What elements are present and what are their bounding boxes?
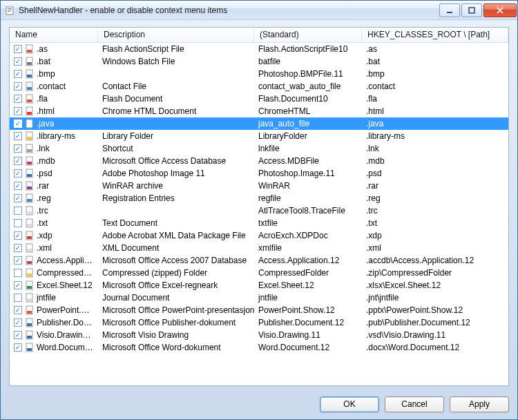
column-header-standard[interactable]: (Standard) bbox=[254, 28, 362, 42]
table-row[interactable]: .xdpAdobe Acrobat XML Data Package FileA… bbox=[10, 229, 508, 242]
svg-rect-23 bbox=[27, 149, 32, 152]
cell-description: Flash ActionScript File bbox=[98, 43, 254, 55]
cell-path: .as bbox=[362, 43, 508, 55]
table-row[interactable]: .bmpPhotoshop.BMPFile.11.bmp bbox=[10, 68, 508, 80]
cell-description: Microsoft Office Word-dokument bbox=[98, 341, 254, 354]
table-row[interactable]: .txtText Documenttxtfile.txt bbox=[10, 217, 508, 229]
cell-standard: WinRAR bbox=[254, 180, 362, 192]
cell-name: Publisher.Docum... bbox=[10, 316, 98, 329]
apply-button[interactable]: Apply bbox=[450, 397, 509, 412]
cell-standard: PowerPoint.Show.12 bbox=[254, 304, 362, 316]
cell-path: .rar bbox=[362, 180, 508, 192]
cell-name: .xdp bbox=[10, 229, 98, 242]
table-row[interactable]: .htmlChrome HTML DocumentChromeHTML.html bbox=[10, 105, 508, 117]
cell-path: .docx\Word.Document.12 bbox=[362, 341, 508, 354]
table-row[interactable]: Excel.Sheet.12Microsoft Office Excel-reg… bbox=[10, 279, 508, 292]
row-checkbox[interactable] bbox=[14, 70, 22, 78]
cell-description: Chrome HTML Document bbox=[98, 105, 254, 117]
row-checkbox[interactable] bbox=[14, 182, 22, 190]
minimize-button[interactable] bbox=[439, 3, 460, 17]
row-checkbox[interactable] bbox=[14, 331, 22, 339]
table-row[interactable]: .psdAdobe Photoshop Image 11Photoshop.Im… bbox=[10, 167, 508, 180]
row-checkbox[interactable] bbox=[14, 219, 22, 227]
column-header-name[interactable]: Name bbox=[10, 28, 98, 42]
row-checkbox[interactable] bbox=[14, 343, 22, 352]
cell-path: .pub\Publisher.Document.12 bbox=[362, 316, 508, 329]
cell-description: Contact File bbox=[98, 80, 254, 93]
row-checkbox[interactable] bbox=[14, 306, 22, 314]
table-row[interactable]: .mdbMicrosoft Office Access DatabaseAcce… bbox=[10, 155, 508, 167]
row-checkbox[interactable] bbox=[14, 256, 22, 265]
cell-standard: Access.Application.12 bbox=[254, 254, 362, 267]
table-row[interactable]: Access.Applicati...Microsoft Office Acce… bbox=[10, 254, 508, 267]
cell-path: .zip\CompressedFolder bbox=[362, 267, 508, 279]
row-checkbox[interactable] bbox=[14, 294, 22, 302]
close-button[interactable] bbox=[483, 3, 517, 17]
row-checkbox[interactable] bbox=[14, 231, 22, 240]
table-row[interactable]: .regRegistration Entriesregfile.reg bbox=[10, 192, 508, 204]
table-row[interactable]: CompressedFolderCompressed (zipped) Fold… bbox=[10, 267, 508, 279]
file-type-icon bbox=[24, 155, 35, 166]
cell-name: .as bbox=[10, 43, 98, 55]
svg-rect-3 bbox=[8, 11, 10, 12]
column-header-description[interactable]: Description bbox=[98, 28, 254, 42]
table-row[interactable]: jntfileJournal Documentjntfile.jnt\jntfi… bbox=[10, 292, 508, 304]
table-row[interactable]: .batWindows Batch Filebatfile.bat bbox=[10, 55, 508, 68]
titlebar[interactable]: ShellNewHandler - enable or disable cont… bbox=[1, 1, 517, 20]
svg-rect-17 bbox=[27, 112, 32, 115]
file-type-icon bbox=[24, 267, 35, 278]
ok-button[interactable]: OK bbox=[320, 397, 379, 412]
table-row[interactable]: .xmlXML Documentxmlfile.xml bbox=[10, 242, 508, 254]
row-checkbox[interactable] bbox=[14, 120, 22, 128]
row-checkbox[interactable] bbox=[14, 82, 22, 90]
maximize-button[interactable] bbox=[461, 3, 482, 17]
row-checkbox[interactable] bbox=[14, 281, 22, 289]
table-row[interactable]: PowerPoint.Sho...Microsoft Office PowerP… bbox=[10, 304, 508, 316]
row-checkbox[interactable] bbox=[14, 45, 22, 53]
file-type-icon bbox=[24, 230, 35, 241]
table-row[interactable]: Publisher.Docum...Microsoft Office Publi… bbox=[10, 316, 508, 329]
table-row[interactable]: .lnkShortcutlnkfile.lnk bbox=[10, 142, 508, 155]
list-header: Name Description (Standard) HKEY_CLASSES… bbox=[10, 28, 508, 43]
name-text: Word.Document... bbox=[37, 343, 94, 352]
row-checkbox[interactable] bbox=[14, 95, 22, 103]
row-checkbox[interactable] bbox=[14, 169, 22, 178]
table-row[interactable]: .asFlash ActionScript FileFlash.ActionSc… bbox=[10, 43, 508, 55]
table-row[interactable]: .library-msLibrary FolderLibraryFolder.l… bbox=[10, 130, 508, 142]
cell-description: Adobe Acrobat XML Data Package File bbox=[98, 229, 254, 242]
table-row[interactable]: .contactContact Filecontact_wab_auto_fil… bbox=[10, 80, 508, 93]
row-checkbox[interactable] bbox=[14, 157, 22, 165]
row-checkbox[interactable] bbox=[14, 207, 22, 215]
cell-path: .pptx\PowerPoint.Show.12 bbox=[362, 304, 508, 316]
svg-rect-25 bbox=[27, 162, 32, 164]
cell-path: .txt bbox=[362, 217, 508, 229]
row-checkbox[interactable] bbox=[14, 57, 22, 66]
row-checkbox[interactable] bbox=[14, 144, 22, 153]
name-text: Visio.Drawing.11 bbox=[37, 330, 94, 340]
row-checkbox[interactable] bbox=[14, 269, 22, 277]
cancel-button[interactable]: Cancel bbox=[385, 397, 444, 412]
table-row[interactable]: .flaFlash DocumentFlash.Document10.fla bbox=[10, 93, 508, 105]
row-checkbox[interactable] bbox=[14, 107, 22, 115]
row-checkbox[interactable] bbox=[14, 318, 22, 327]
table-row[interactable]: .trcAtlTraceTool8.TraceFile.trc bbox=[10, 204, 508, 217]
cell-name: .rar bbox=[10, 180, 98, 192]
svg-rect-4 bbox=[447, 12, 452, 13]
name-text: Publisher.Docum... bbox=[37, 318, 94, 327]
table-row[interactable]: .rarWinRAR archiveWinRAR.rar bbox=[10, 180, 508, 192]
row-checkbox[interactable] bbox=[14, 194, 22, 202]
table-row[interactable]: Word.Document...Microsoft Office Word-do… bbox=[10, 341, 508, 354]
cell-path: .xml bbox=[362, 242, 508, 254]
table-row[interactable]: .javajava_auto_file.java bbox=[10, 117, 508, 130]
row-checkbox[interactable] bbox=[14, 132, 22, 140]
cell-description: Microsoft Office Publisher-dokument bbox=[98, 316, 254, 329]
column-header-path[interactable]: HKEY_CLASSES_ROOT \ [Path] bbox=[362, 28, 508, 42]
svg-rect-9 bbox=[27, 62, 32, 65]
table-row[interactable]: Visio.Drawing.11Microsoft Visio DrawingV… bbox=[10, 329, 508, 341]
cell-path: .xlsx\Excel.Sheet.12 bbox=[362, 279, 508, 292]
list-view[interactable]: Name Description (Standard) HKEY_CLASSES… bbox=[9, 27, 509, 386]
svg-rect-7 bbox=[27, 50, 32, 52]
cell-name: .xml bbox=[10, 242, 98, 254]
row-checkbox[interactable] bbox=[14, 244, 22, 252]
cell-name: .java bbox=[10, 117, 98, 130]
